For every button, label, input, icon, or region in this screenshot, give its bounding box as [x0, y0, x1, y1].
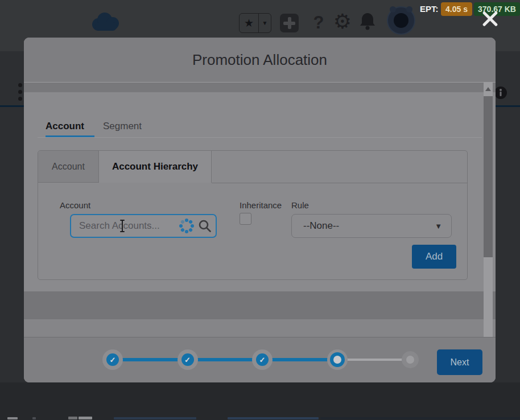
screen: ★ ▼ ? ⚙ EPT: 4.05 s 370.67 KB: [0, 0, 520, 420]
subtab-row: Account Account Hierarchy: [38, 151, 467, 183]
modal-header: Promotion Allocation: [24, 38, 496, 82]
progress-step-2[interactable]: ✓: [178, 349, 198, 370]
star-icon[interactable]: ★: [240, 14, 258, 32]
inheritance-checkbox[interactable]: [240, 213, 251, 225]
progress-connector: [119, 358, 181, 361]
rule-select[interactable]: --None-- ▼: [291, 214, 452, 238]
favorites-button[interactable]: ★ ▼: [239, 13, 271, 33]
add-button[interactable]: Add: [412, 245, 456, 269]
check-icon: ✓: [106, 353, 119, 366]
avatar-ear: [406, 6, 412, 13]
check-icon: ✓: [181, 353, 194, 366]
subtab-account-hierarchy[interactable]: Account Hierarchy: [99, 151, 212, 183]
inheritance-field-label: Inheritance: [240, 200, 282, 210]
taskbar-fragment: [7, 417, 18, 419]
taskbar-fragment: [228, 417, 319, 419]
empty-results-band: [24, 291, 496, 319]
tab-account[interactable]: Account: [46, 121, 84, 132]
user-avatar[interactable]: [387, 6, 415, 35]
ept-time-badge: 4.05 s: [441, 2, 472, 16]
taskbar-fragment: [68, 417, 77, 419]
favorites-caret-down-icon[interactable]: ▼: [259, 20, 271, 26]
taskbar-fragment: [320, 417, 520, 419]
salesforce-logo-icon: [90, 11, 121, 33]
progress-indicator: ✓✓✓: [102, 349, 419, 370]
info-icon[interactable]: [494, 87, 507, 99]
promotion-allocation-modal: Promotion Allocation Account Segment Acc…: [24, 38, 496, 382]
progress-step-3[interactable]: ✓: [252, 349, 273, 370]
taskbar-fragment: [79, 417, 92, 419]
progress-step-1[interactable]: ✓: [102, 349, 123, 370]
avatar-ear: [390, 6, 396, 13]
check-icon: ✓: [256, 353, 269, 366]
global-actions-button[interactable]: [280, 14, 299, 32]
next-button[interactable]: Next: [437, 349, 482, 375]
ept-label: EPT:: [420, 4, 439, 14]
text-cursor-icon: [119, 219, 126, 235]
subtab-filler: [212, 151, 467, 183]
progress-connector: [344, 359, 406, 361]
progress-step-5[interactable]: [402, 351, 419, 368]
modal-title: Promotion Allocation: [24, 38, 496, 82]
scroll-area-bottom-strip: [24, 319, 496, 337]
search-icon: [198, 219, 212, 235]
upcoming-step-dot: [406, 356, 414, 364]
close-icon[interactable]: [480, 9, 500, 29]
loading-spinner-icon: [179, 219, 194, 233]
page-backdrop-bottom: [0, 382, 520, 420]
modal-scrollbar[interactable]: [484, 83, 493, 374]
progress-connector: [269, 358, 331, 361]
taskbar-fragment: [114, 417, 196, 419]
rule-field-label: Rule: [291, 200, 309, 210]
setup-gear-icon[interactable]: ⚙: [333, 9, 352, 34]
avatar-face: [394, 13, 408, 28]
taskbar-fragment: [32, 417, 36, 419]
scroll-up-icon[interactable]: [485, 87, 491, 91]
account-search-wrap: [70, 214, 217, 238]
account-search-input[interactable]: [70, 214, 217, 238]
tab-rule: [38, 137, 482, 138]
caret-down-icon: ▼: [435, 222, 442, 230]
scrollbar-thumb[interactable]: [484, 96, 493, 257]
plus-icon: [288, 17, 291, 29]
subtab-account[interactable]: Account: [38, 151, 99, 183]
account-hierarchy-card: Account Account Hierarchy Account: [38, 150, 468, 280]
modal-footer: ✓✓✓ Next: [24, 337, 496, 382]
tab-segment[interactable]: Segment: [103, 121, 142, 132]
notifications-bell-icon[interactable]: [360, 12, 375, 32]
account-field-label: Account: [60, 200, 90, 210]
progress-step-4[interactable]: [327, 349, 348, 370]
help-icon[interactable]: ?: [311, 13, 327, 34]
progress-connector: [194, 358, 257, 361]
vertical-ellipsis-icon: [17, 82, 23, 101]
scroll-area-top-strip: [24, 82, 496, 92]
rule-select-value: --None--: [303, 220, 435, 232]
current-step-ring: [330, 352, 345, 367]
